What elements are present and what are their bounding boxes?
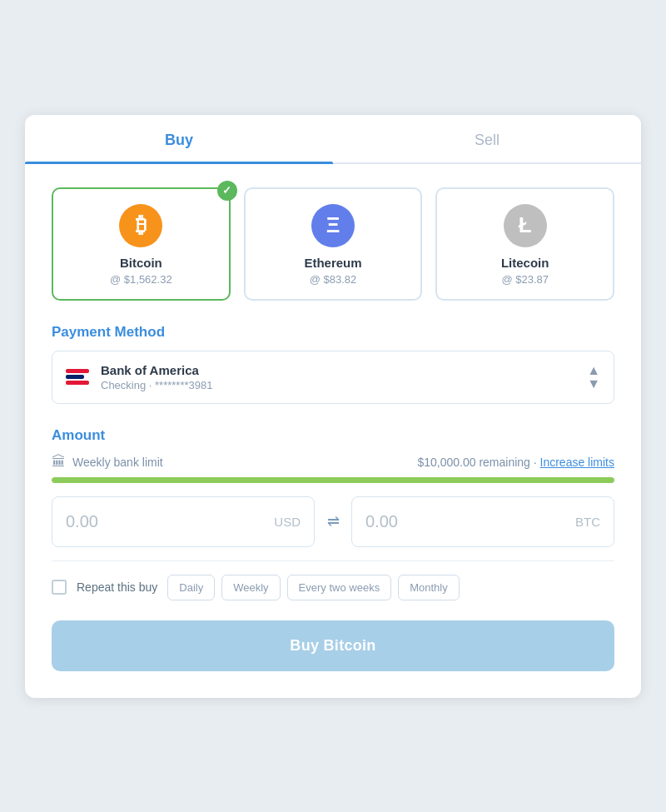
crypto-selector: ✓ ₿ Bitcoin @ $1,562.32 Ξ Ethereum @ $83… [52,187,614,301]
repeat-row: Repeat this buy Daily Weekly Every two w… [52,575,614,600]
chevron-updown-icon: ▲ ▼ [587,364,600,391]
freq-weekly[interactable]: Weekly [221,575,280,600]
ltc-name: Litecoin [447,256,603,270]
usd-currency: USD [274,515,301,529]
payment-method-selector[interactable]: Bank of America Checking · ********3981 … [52,351,614,404]
btc-currency: BTC [575,515,600,529]
crypto-option-eth[interactable]: Ξ Ethereum @ $83.82 [244,187,423,301]
bank-limit-icon: 🏛 [52,454,66,471]
boa-bar-3 [66,381,89,385]
btc-field[interactable]: 0.00 BTC [351,496,614,547]
btc-price: @ $1,562.32 [63,273,219,286]
payment-info: Bank of America Checking · ********3981 [101,363,212,391]
frequency-buttons: Daily Weekly Every two weeks Monthly [167,575,459,600]
divider [52,560,614,561]
boa-bar-1 [66,369,89,373]
ltc-icon: Ł [504,204,547,247]
payment-section-label: Payment Method [52,324,614,341]
amount-inputs: 0.00 USD ⇌ 0.00 BTC [52,496,614,547]
usd-value: 0.00 [66,512,98,531]
freq-daily[interactable]: Daily [167,575,215,600]
boa-bar-2 [66,375,84,379]
card-body: ✓ ₿ Bitcoin @ $1,562.32 Ξ Ethereum @ $83… [25,164,641,698]
eth-icon: Ξ [311,204,355,247]
crypto-option-ltc[interactable]: Ł Litecoin @ $23.87 [435,187,614,301]
limit-separator: · [534,456,540,469]
btc-value: 0.00 [365,512,398,531]
main-card: Buy Sell ✓ ₿ Bitcoin @ $1,562.32 Ξ Ether… [25,115,641,698]
tab-buy[interactable]: Buy [25,115,333,162]
limit-label: Weekly bank limit [72,456,163,469]
limit-row: 🏛 Weekly bank limit $10,000.00 remaining… [52,454,614,471]
btc-icon: ₿ [119,204,162,247]
boa-logo [66,369,89,385]
ltc-price: @ $23.87 [447,273,603,286]
crypto-option-btc[interactable]: ✓ ₿ Bitcoin @ $1,562.32 [52,187,231,301]
buy-bitcoin-button[interactable]: Buy Bitcoin [52,620,614,671]
progress-bar-fill [52,477,614,483]
limit-left: 🏛 Weekly bank limit [52,454,163,471]
tab-bar: Buy Sell [25,115,641,164]
tab-sell[interactable]: Sell [333,115,641,162]
usd-field[interactable]: 0.00 USD [52,496,315,547]
swap-icon[interactable]: ⇌ [315,512,351,531]
limit-remaining: $10,000.00 remaining [417,456,529,469]
selected-check-icon: ✓ [217,181,237,201]
progress-bar-bg [52,477,614,483]
repeat-label: Repeat this buy [77,580,157,594]
eth-price: @ $83.82 [256,273,411,286]
increase-limits-link[interactable]: Increase limits [540,456,614,469]
amount-section-label: Amount [52,427,614,444]
freq-biweekly[interactable]: Every two weeks [287,575,392,600]
amount-section: Amount 🏛 Weekly bank limit $10,000.00 re… [52,427,614,671]
btc-name: Bitcoin [63,256,219,270]
freq-monthly[interactable]: Monthly [398,575,460,600]
repeat-checkbox[interactable] [52,580,67,595]
payment-left: Bank of America Checking · ********3981 [66,363,212,391]
bank-sub: Checking · ********3981 [101,379,212,391]
bank-name: Bank of America [101,363,212,377]
limit-right: $10,000.00 remaining · Increase limits [417,456,614,469]
eth-name: Ethereum [256,256,411,270]
